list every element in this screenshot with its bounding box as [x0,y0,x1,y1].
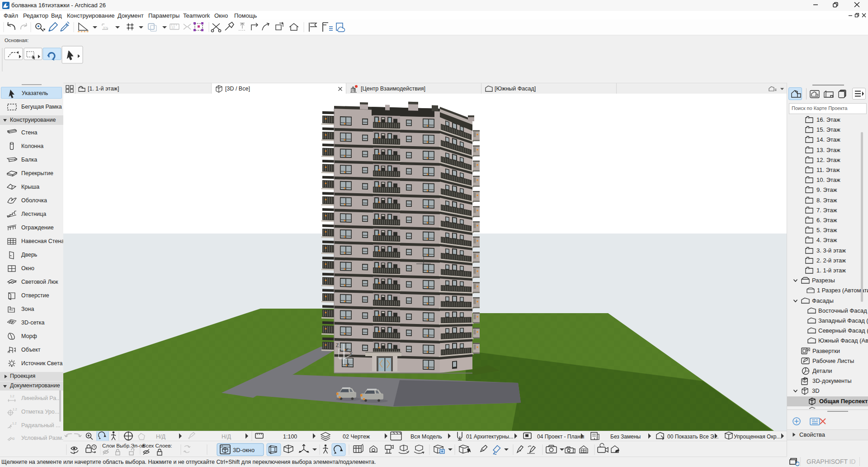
svg-text:01 Архитектурны...: 01 Архитектурны... [466,434,514,440]
svg-text:1:100: 1:100 [283,434,297,440]
svg-text:04 Проект - Планы: 04 Проект - Планы [537,434,584,440]
svg-text:Вся Модель: Вся Модель [410,434,442,440]
svg-text:Z: Z [336,343,339,348]
svg-text:1.2: 1.2 [10,395,14,398]
svg-text:Упрощенная Окр...: Упрощенная Окр... [734,434,781,440]
svg-text:x: x [347,362,349,367]
svg-text:1.2: 1.2 [12,422,17,425]
svg-text:Y: Y [345,348,349,353]
svg-text:00 Показать Все Э...: 00 Показать Все Э... [667,434,719,440]
svg-text:1.2: 1.2 [13,408,17,411]
svg-text:12: 12 [171,26,175,29]
svg-text:02 Чертеж: 02 Чертеж [343,434,370,440]
svg-text:XY: XY [103,26,108,29]
svg-text:Н/Д: Н/Д [156,434,166,440]
svg-text:3D-окно: 3D-окно [233,447,255,453]
svg-text:Всех Слоев:: Всех Слоев: [142,443,172,448]
svg-text:Слои Выбр.Эл-ов: Слои Выбр.Эл-ов [102,443,145,448]
svg-text:X: X [349,352,353,357]
svg-text:α: α [12,436,14,441]
svg-text:Без Замены: Без Замены [610,434,641,440]
svg-text:Н/Д: Н/Д [222,434,231,440]
